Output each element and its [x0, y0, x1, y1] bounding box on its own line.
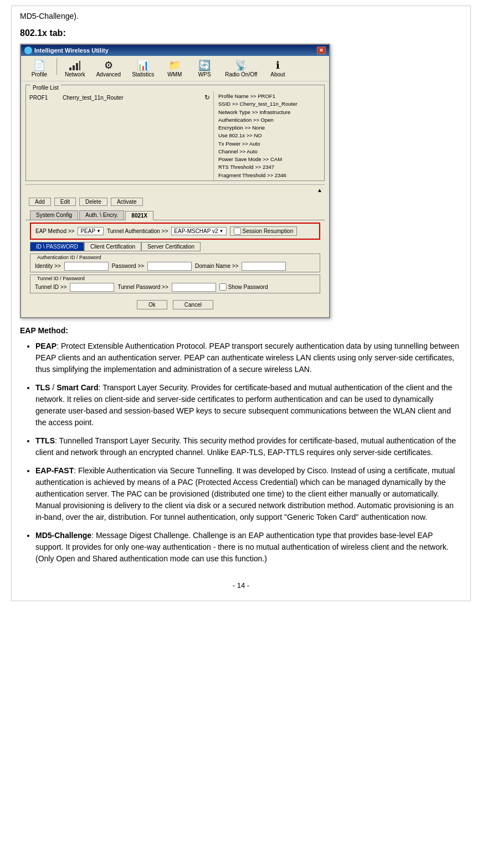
toolbar-wmm-button[interactable]: 📁 WMM	[161, 58, 188, 79]
term-md5: MD5-Challenge	[35, 531, 91, 540]
toolbar-separator-1	[57, 58, 57, 75]
detail-line-2: SSID >> Cherry_test_11n_Router	[218, 100, 320, 108]
toolbar-statistics-button[interactable]: 📊 Statistics	[127, 58, 158, 79]
svg-rect-0	[69, 68, 71, 70]
section-title: 802.1x tab:	[20, 28, 462, 38]
desc-peap: Protect Extensible Authentication Protoc…	[35, 342, 459, 374]
profile-list-group: Profile List PROF1 Cherry_test_11n_Route…	[25, 85, 325, 181]
eap-method-row: EAP Method >> PEAP ▼ Tunnel Authenticati…	[30, 223, 320, 240]
term-smart-card: Smart Card	[57, 383, 98, 392]
detail-line-7: Tx Power >> Auto	[218, 140, 320, 148]
advanced-icon: ⚙	[102, 59, 115, 71]
wps-label: WPS	[198, 71, 211, 78]
show-password-area[interactable]: Show Password	[219, 283, 268, 291]
tunnel-group-legend: Tunnel ID / Password	[35, 276, 87, 281]
win-body: Profile List PROF1 Cherry_test_11n_Route…	[21, 81, 329, 317]
toolbar-network-button[interactable]: Network	[60, 58, 90, 79]
detail-line-3: Network Type >> Infrastructure	[218, 108, 320, 116]
tab-8021x[interactable]: 8021X	[125, 211, 153, 220]
profile-list-content: PROF1 Cherry_test_11n_Router ↻	[26, 91, 213, 180]
eap-method-select[interactable]: PEAP ▼	[78, 227, 104, 235]
svg-rect-3	[79, 61, 80, 70]
bullet-eap-fast: EAP-FAST: Flexible Authentication via Se…	[35, 465, 462, 523]
about-label: About	[270, 71, 285, 78]
tunnel-id-input[interactable]	[70, 283, 114, 292]
bullet-ttls: TTLS: Tunnelled Transport Layer Security…	[35, 435, 462, 458]
tunnel-password-label: Tunnel Password >>	[117, 284, 168, 290]
scroll-arrow-up-icon[interactable]: ▲	[317, 187, 322, 193]
cert-tab-server[interactable]: Server Certification	[141, 242, 201, 251]
scrollbar-area: ▲	[25, 184, 325, 195]
tunnel-password-input[interactable]	[172, 283, 216, 292]
desc-eap-fast: Flexible Authentication via Secure Tunne…	[35, 466, 455, 521]
svg-rect-1	[73, 65, 75, 70]
cert-tab-client[interactable]: Client Certification	[84, 242, 141, 251]
auth-group-legend: Authentication ID / Password	[35, 255, 104, 260]
profile-detail: Profile Name >> PROF1 SSID >> Cherry_tes…	[213, 91, 324, 180]
tunnel-auth-dropdown-icon: ▼	[219, 229, 224, 234]
term-eap-fast: EAP-FAST	[35, 466, 74, 475]
toolbar-advanced-button[interactable]: ⚙ Advanced	[92, 58, 125, 79]
auth-id-group: Authentication ID / Password Identity >>…	[30, 254, 320, 272]
delete-button[interactable]: Delete	[79, 198, 107, 206]
detail-line-1: Profile Name >> PROF1	[218, 92, 320, 100]
toolbar-wps-button[interactable]: 🔄 WPS	[191, 58, 218, 79]
toolbar-radio-button[interactable]: 📡 Radio On/Off	[221, 58, 261, 79]
show-password-label: Show Password	[228, 284, 268, 290]
term-peap: PEAP	[35, 342, 57, 350]
win-titlebar: Intelligent Wireless Utility ✕	[21, 45, 329, 56]
network-label: Network	[65, 71, 85, 78]
main-tab-row: System Config Auth. \ Encry. 8021X	[25, 208, 325, 220]
ok-cancel-row: Ok Cancel	[25, 296, 325, 314]
eap-method-value: PEAP	[80, 228, 95, 234]
close-button[interactable]: ✕	[317, 46, 326, 54]
password-input[interactable]	[147, 262, 192, 271]
add-button[interactable]: Add	[29, 198, 51, 206]
eap-method-title-text: EAP Method	[20, 326, 65, 335]
win-dialog: Intelligent Wireless Utility ✕ 📄 Profile	[20, 44, 330, 318]
tunnel-auth-label: Tunnel Authentication >>	[107, 228, 168, 234]
desc-md5: Message Digest Challenge. Challenge is a…	[35, 531, 449, 563]
profile-edit-icon[interactable]: ↻	[204, 94, 210, 101]
radio-label: Radio On/Off	[225, 71, 257, 78]
show-password-checkbox[interactable]	[219, 283, 227, 291]
profile-icon: 📄	[33, 59, 46, 71]
detail-line-11: Fragment Threshold >> 2346	[218, 172, 320, 179]
bullet-tls: TLS / Smart Card: Transport Layer Securi…	[35, 382, 462, 428]
wmm-icon: 📁	[168, 59, 181, 71]
tunnel-auth-value: EAP-MSCHAP v2	[174, 228, 218, 234]
identity-input[interactable]	[64, 262, 109, 271]
activate-button[interactable]: Activate	[111, 198, 143, 206]
profile-label: Profile	[32, 71, 47, 78]
intro-text: MD5-Challenge).	[20, 12, 462, 20]
session-resumption-checkbox-area[interactable]: Session Resumption	[230, 226, 298, 236]
auth-fields-row: Identity >> Password >> Domain Name >>	[30, 261, 320, 272]
edit-button[interactable]: Edit	[54, 198, 76, 206]
detail-line-5: Encryption >> None	[218, 124, 320, 132]
dialog-title: Intelligent Wireless Utility	[34, 47, 109, 54]
tab-auth-encry[interactable]: Auth. \ Encry.	[79, 210, 124, 220]
tunnel-id-label: Tunnel ID >>	[35, 284, 66, 290]
domain-input[interactable]	[242, 262, 286, 271]
detail-line-4: Authentication >> Open	[218, 116, 320, 124]
cancel-button[interactable]: Cancel	[173, 300, 213, 309]
term-ttls: TTLS	[35, 436, 55, 445]
page-footer: - 14 -	[20, 576, 462, 590]
toolbar-about-button[interactable]: ℹ About	[264, 58, 291, 79]
profile-list-body: PROF1 Cherry_test_11n_Router ↻ Profile N…	[26, 91, 324, 180]
wps-icon: 🔄	[198, 59, 211, 71]
cert-tab-id-password[interactable]: ID \ PASSWORD	[30, 242, 84, 251]
ok-button[interactable]: Ok	[137, 300, 167, 309]
detail-line-6: Use 802.1x >> NO	[218, 132, 320, 140]
session-resumption-checkbox[interactable]	[234, 228, 241, 235]
titlebar-icon	[24, 46, 32, 54]
wmm-label: WMM	[167, 71, 182, 78]
page-number: - 14 -	[233, 581, 249, 590]
network-icon	[68, 59, 81, 71]
tunnel-fields-row: Tunnel ID >> Tunnel Password >> Show Pas…	[30, 282, 320, 293]
profile-name: PROF1	[29, 95, 63, 101]
password-label: Password >>	[112, 263, 144, 269]
tab-system-config[interactable]: System Config	[30, 210, 78, 220]
toolbar-profile-button[interactable]: 📄 Profile	[25, 58, 53, 79]
tunnel-auth-select[interactable]: EAP-MSCHAP v2 ▼	[171, 227, 226, 235]
